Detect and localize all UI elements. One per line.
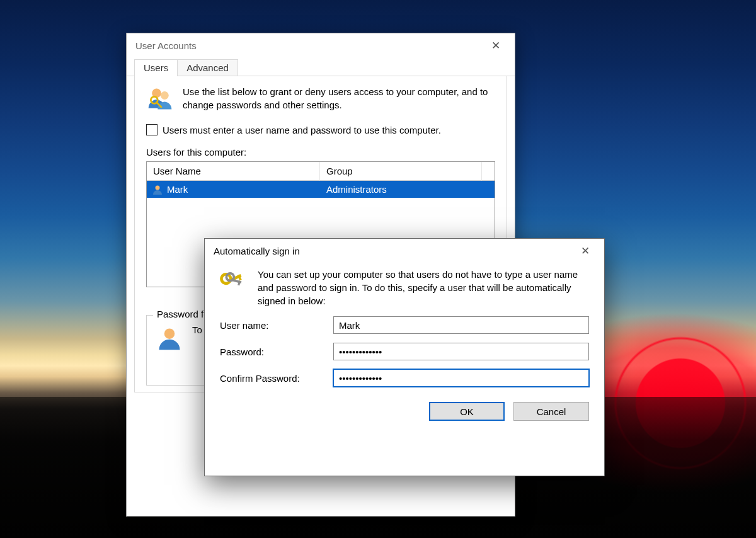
confirm-password-label: Confirm Password:: [220, 373, 333, 384]
main-titlebar[interactable]: User Accounts ✕: [127, 33, 515, 57]
dialog-info-text: You can set up your computer so that use…: [258, 268, 589, 307]
list-header: User Name Group: [147, 162, 495, 181]
svg-point-5: [164, 328, 175, 339]
keys-icon: [220, 268, 248, 295]
require-login-label: Users must enter a user name and passwor…: [163, 125, 441, 135]
close-icon[interactable]: ✕: [482, 35, 510, 55]
confirm-password-input[interactable]: [333, 369, 589, 387]
user-avatar-icon: [156, 324, 183, 352]
col-header-username[interactable]: User Name: [147, 162, 320, 181]
password-label: Password:: [220, 346, 333, 357]
dialog-titlebar[interactable]: Automatically sign in ✕: [205, 239, 604, 263]
user-row-icon: [152, 184, 163, 195]
dialog-ok-button[interactable]: OK: [429, 402, 505, 421]
row-group: Administrators: [320, 184, 495, 195]
info-text: Use the list below to grant or deny user…: [183, 85, 495, 112]
svg-point-1: [161, 91, 169, 100]
username-input[interactable]: [333, 316, 589, 334]
username-label: User name:: [220, 320, 333, 331]
tabstrip: Users Advanced: [127, 57, 515, 76]
dialog-title: Automatically sign in: [214, 246, 571, 256]
main-title: User Accounts: [135, 40, 482, 51]
col-header-group[interactable]: Group: [320, 162, 482, 181]
dialog-cancel-button[interactable]: Cancel: [513, 402, 589, 421]
password-input[interactable]: [333, 343, 589, 360]
users-section-label: Users for this computer:: [146, 147, 495, 157]
users-icon: [146, 85, 174, 113]
require-login-checkbox[interactable]: [146, 124, 158, 135]
svg-point-4: [156, 185, 160, 190]
tab-users[interactable]: Users: [134, 59, 178, 76]
table-row[interactable]: Mark Administrators: [147, 181, 495, 198]
close-icon[interactable]: ✕: [571, 241, 599, 261]
row-username: Mark: [167, 184, 188, 195]
auto-signin-dialog: Automatically sign in ✕ Y: [204, 238, 605, 476]
tab-advanced[interactable]: Advanced: [177, 59, 238, 76]
